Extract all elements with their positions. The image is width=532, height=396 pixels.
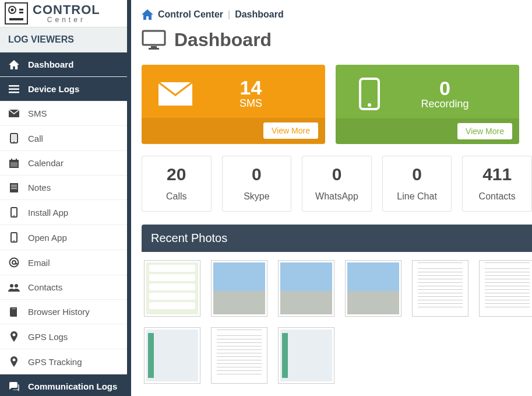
- page-title: Dashboard: [174, 29, 272, 51]
- svg-rect-10: [10, 162, 17, 167]
- nav-label: GPS Tracking: [28, 357, 82, 367]
- photo-thumb[interactable]: [278, 327, 334, 384]
- svg-rect-12: [16, 159, 17, 161]
- nav-item-sms[interactable]: SMS: [0, 101, 127, 126]
- logo[interactable]: CONTROL Center: [0, 0, 127, 27]
- stat-line-chat[interactable]: 0Line Chat: [382, 156, 452, 212]
- photo-thumb[interactable]: [211, 327, 267, 384]
- monitor-icon: [142, 30, 166, 51]
- svg-rect-3: [9, 88, 19, 90]
- view-more-button[interactable]: View More: [263, 122, 318, 139]
- breadcrumb-root[interactable]: Control Center: [158, 9, 223, 20]
- view-more-button[interactable]: View More: [457, 123, 512, 139]
- card-label: SMS: [187, 97, 315, 110]
- svg-point-1: [11, 9, 14, 12]
- calendar-icon: [8, 159, 20, 168]
- home-icon[interactable]: [142, 9, 153, 20]
- nav-label: Email: [28, 258, 50, 268]
- photo-thumb[interactable]: [479, 260, 532, 317]
- logo-text-top: CONTROL: [33, 3, 100, 16]
- svg-rect-13: [10, 183, 18, 192]
- nav-item-dashboard[interactable]: Dashboard: [0, 52, 127, 77]
- stat-label: Calls: [147, 191, 206, 202]
- recent-photos-title: Recent Photos: [142, 225, 532, 252]
- stat-count: 0: [307, 164, 367, 184]
- menu-icon: [8, 85, 20, 93]
- photo-grid: [142, 252, 532, 392]
- card-count: 0: [381, 78, 509, 98]
- photo-thumb[interactable]: [345, 260, 401, 317]
- recent-photos: Recent Photos: [142, 225, 532, 392]
- nav-label: GPS Logs: [28, 332, 68, 342]
- svg-point-33: [368, 103, 371, 107]
- device-icon: [8, 232, 20, 243]
- nav-item-open-app[interactable]: Open App: [0, 225, 127, 250]
- nav-item-install-app[interactable]: Install App: [0, 200, 127, 225]
- breadcrumb-page: Dashboard: [235, 9, 284, 20]
- stat-skype[interactable]: 0Skype: [222, 156, 292, 212]
- photo-thumb[interactable]: [278, 260, 334, 317]
- nav-item-gps-tracking[interactable]: GPS Tracking: [0, 349, 127, 374]
- home-icon: [8, 60, 20, 69]
- card-label: Recording: [381, 98, 509, 110]
- nav-item-communication-logs[interactable]: Communication Logs: [0, 374, 127, 396]
- svg-point-20: [13, 240, 15, 241]
- mail-icon: [8, 110, 20, 117]
- svg-rect-28: [143, 31, 165, 45]
- svg-rect-29: [151, 46, 157, 48]
- stat-contacts[interactable]: 411Contacts: [462, 156, 532, 212]
- summary-cards: 14SMSView More0RecordingView More: [131, 65, 532, 156]
- nav-label: SMS: [28, 108, 47, 118]
- photo-thumb[interactable]: [144, 260, 200, 317]
- stat-label: WhatsApp: [307, 191, 367, 202]
- nav-item-notes[interactable]: Notes: [0, 176, 127, 200]
- svg-rect-16: [11, 188, 17, 189]
- svg-rect-2: [9, 85, 19, 87]
- nav-item-contacts[interactable]: Contacts: [0, 275, 127, 300]
- nav-label: Device Logs: [28, 84, 79, 94]
- svg-rect-14: [11, 185, 17, 185]
- nav-item-email[interactable]: Email: [0, 250, 127, 275]
- chat-icon: [8, 382, 20, 391]
- stat-whatsapp[interactable]: 0WhatsApp: [302, 156, 372, 212]
- photo-thumb[interactable]: [144, 327, 200, 384]
- stat-count: 0: [227, 164, 287, 184]
- photo-thumb[interactable]: [211, 260, 267, 317]
- svg-rect-11: [11, 159, 12, 161]
- nav-label: Open App: [28, 233, 67, 243]
- breadcrumb: Control Center | Dashboard: [131, 0, 532, 26]
- stat-count: 411: [467, 164, 527, 184]
- nav-label: Call: [28, 134, 43, 143]
- pin-icon: [8, 356, 20, 367]
- at-icon: [8, 257, 20, 268]
- stat-count: 20: [147, 164, 206, 184]
- stat-label: Skype: [227, 191, 287, 202]
- nav-label: Communication Logs: [28, 381, 117, 391]
- card-recording: 0RecordingView More: [336, 65, 519, 144]
- book-icon: [8, 307, 20, 317]
- photo-thumb[interactable]: [412, 260, 468, 317]
- nav-label: Browser History: [28, 307, 90, 317]
- svg-point-23: [10, 284, 13, 288]
- stat-calls[interactable]: 20Calls: [142, 156, 212, 212]
- card-sms: 14SMSView More: [142, 65, 325, 144]
- stat-label: Line Chat: [387, 191, 447, 202]
- nav-item-browser-history[interactable]: Browser History: [0, 300, 127, 324]
- nav-label: Contacts: [28, 282, 62, 292]
- nav-item-call[interactable]: Call: [0, 126, 127, 151]
- main: Control Center | Dashboard Dashboard 14S…: [131, 0, 532, 396]
- stat-count: 0: [387, 164, 447, 184]
- nav-item-gps-logs[interactable]: GPS Logs: [0, 324, 127, 349]
- svg-rect-25: [12, 309, 16, 309]
- sidebar-header: LOG VIEWERS: [0, 27, 127, 52]
- contacts-icon: [8, 283, 20, 292]
- logo-icon: [5, 2, 28, 24]
- nav-item-device-logs[interactable]: Device Logs: [0, 77, 127, 101]
- card-count: 14: [187, 78, 315, 97]
- stat-tiles: 20Calls0Skype0WhatsApp0Line Chat411Conta…: [131, 156, 532, 225]
- nav-label: Install App: [28, 208, 68, 218]
- pin-icon: [8, 331, 20, 342]
- breadcrumb-sep: |: [228, 9, 230, 20]
- nav-item-calendar[interactable]: Calendar: [0, 151, 127, 176]
- nav-label: Notes: [28, 183, 51, 192]
